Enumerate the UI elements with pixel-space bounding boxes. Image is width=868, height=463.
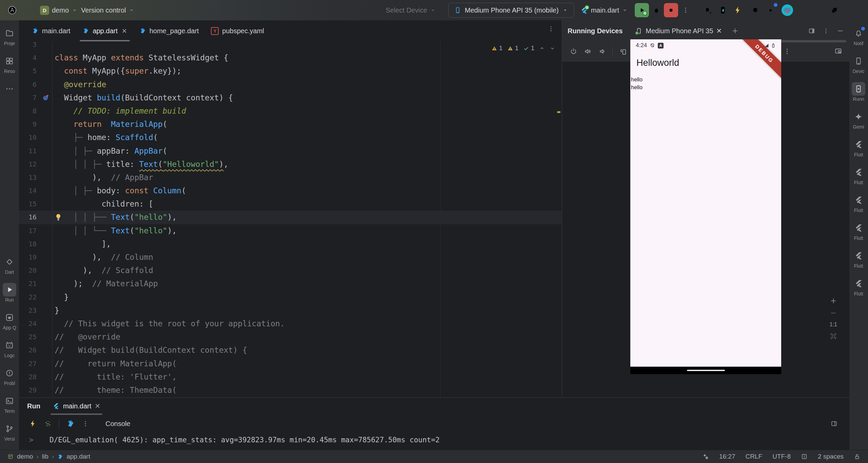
- editor-tab-main-dart[interactable]: main.dart: [26, 20, 76, 41]
- device-tab[interactable]: Medium Phone API 35 ✕: [633, 27, 725, 35]
- inspection-widget[interactable]: 1 1 1: [491, 45, 555, 52]
- open-devtools-button[interactable]: [715, 3, 730, 18]
- code-line-7[interactable]: 7 Widget build(BuildContext context) {: [19, 91, 561, 104]
- right-stripe-item-flutt[interactable]: Flutt: [852, 138, 865, 157]
- inspection-highlight-icon[interactable]: [801, 453, 808, 460]
- code-line-25[interactable]: 25// @override: [19, 330, 561, 344]
- code-editor[interactable]: 34class MyApp extends StatelessWidget {5…: [19, 41, 561, 398]
- left-stripe-item-proje[interactable]: Proje: [3, 26, 16, 46]
- volume-down-button[interactable]: [595, 45, 608, 58]
- code-line-8[interactable]: 8 // TODO: implement build: [19, 104, 561, 118]
- code-line-3[interactable]: 3: [19, 41, 561, 51]
- crumb-dir[interactable]: lib: [42, 453, 48, 460]
- layout-settings-icon[interactable]: [830, 420, 838, 427]
- right-stripe-item-devic[interactable]: Devic: [852, 54, 865, 74]
- fold-chevron-icon[interactable]: >: [19, 436, 50, 444]
- kebab-button[interactable]: [781, 45, 793, 58]
- stop-button[interactable]: [664, 3, 678, 17]
- left-stripe-item-logc[interactable]: Logc: [3, 339, 16, 358]
- settings-button[interactable]: [763, 3, 778, 18]
- console-tab[interactable]: Console: [105, 420, 130, 428]
- code-line-28[interactable]: 28// title: 'Flutter',: [19, 370, 561, 384]
- editor-tab-home_page-dart[interactable]: home_page.dart: [133, 20, 205, 41]
- editor-tab-pubspec-yaml[interactable]: Ypubspec.yaml: [205, 20, 270, 41]
- console-output[interactable]: > D/EGL_emulation( 4625): app_time_stats…: [19, 433, 849, 447]
- left-stripe-item-versi[interactable]: Versi: [3, 422, 16, 442]
- code-line-11[interactable]: 11 │ ├─ appBar: AppBar(: [19, 144, 561, 158]
- code-line-21[interactable]: 21 ); // MaterialApp: [19, 277, 561, 290]
- more-run-actions-button[interactable]: [678, 3, 693, 18]
- left-stripe-item-app-q[interactable]: App Q: [3, 311, 16, 330]
- code-line-20[interactable]: 20 ), // Scaffold: [19, 264, 561, 277]
- code-line-19[interactable]: 19 ), // Column: [19, 251, 561, 264]
- code-line-5[interactable]: 5 const MyApp({super.key});: [19, 64, 561, 78]
- left-stripe-item-term[interactable]: Term: [3, 394, 16, 414]
- right-stripe-item-flutt[interactable]: Flutt: [852, 166, 865, 185]
- close-device-tab-icon[interactable]: ✕: [716, 27, 722, 35]
- left-stripe-item-more-h[interactable]: [3, 82, 16, 96]
- close-button[interactable]: [845, 3, 866, 18]
- editor-tab-app-dart[interactable]: app.dart✕: [76, 20, 133, 41]
- code-line-6[interactable]: 6 @override: [19, 78, 561, 91]
- right-stripe-item-flutt[interactable]: Flutt: [852, 277, 865, 296]
- main-menu-button[interactable]: [20, 3, 35, 18]
- code-line-14[interactable]: 14 │ ├─ body: const Column(: [19, 184, 561, 197]
- power-button[interactable]: [567, 45, 580, 58]
- crumb-file[interactable]: app.dart: [66, 453, 90, 460]
- breadcrumb[interactable]: demo › lib › app.dart: [7, 453, 90, 460]
- close-tab-icon[interactable]: ✕: [122, 27, 127, 35]
- override-marker-icon[interactable]: [42, 94, 50, 101]
- gesture-pill[interactable]: [687, 370, 725, 371]
- run-tab[interactable]: main.dart ✕: [51, 398, 102, 414]
- zoom-in-button[interactable]: [830, 297, 837, 305]
- cursor-position[interactable]: 16:27: [719, 453, 735, 460]
- encoding[interactable]: UTF-8: [772, 453, 791, 460]
- code-line-18[interactable]: 18 ],: [19, 237, 561, 251]
- right-stripe-item-gemi[interactable]: Gemi: [852, 110, 865, 130]
- search-everywhere-button[interactable]: [748, 3, 763, 18]
- line-ending[interactable]: CRLF: [746, 453, 763, 460]
- indent-setting[interactable]: 2 spaces: [818, 453, 844, 460]
- hot-restart-button[interactable]: [730, 3, 745, 18]
- code-line-15[interactable]: 15 children: [: [19, 197, 561, 211]
- vcs-widget[interactable]: Version control: [81, 3, 135, 18]
- debug-button[interactable]: [649, 3, 664, 18]
- emulator-screen[interactable]: 4:24 A 3G Helloworld hello hello DEBUG: [630, 39, 781, 374]
- left-stripe-item-dart[interactable]: Dart: [3, 255, 16, 275]
- code-line-26[interactable]: 26// Widget build(BuildContext context) …: [19, 344, 561, 357]
- project-widget[interactable]: D demo: [40, 3, 78, 18]
- code-line-12[interactable]: 12 │ │ ├─ title: Text("Helloworld"),: [19, 158, 561, 171]
- right-stripe-item-flutt[interactable]: Flutt: [852, 193, 865, 213]
- rotate-left-button[interactable]: [617, 45, 630, 58]
- code-line-29[interactable]: 29// theme: ThemeData(: [19, 384, 561, 397]
- add-device-button[interactable]: [731, 27, 739, 35]
- zoom-out-button[interactable]: [830, 309, 837, 317]
- code-line-17[interactable]: 17 │ │ └── Text("hello"),: [19, 224, 561, 237]
- intention-bulb-icon[interactable]: [54, 213, 62, 221]
- fit-to-screen-button[interactable]: [830, 332, 837, 340]
- display-mode-button[interactable]: [832, 45, 845, 58]
- run-button[interactable]: [635, 3, 649, 17]
- code-line-9[interactable]: 9 return MaterialApp(: [19, 118, 561, 131]
- flutter-attach-debugger-button[interactable]: [701, 3, 715, 18]
- hide-panel-button[interactable]: [836, 27, 844, 35]
- crumb-project[interactable]: demo: [17, 453, 33, 460]
- code-line-22[interactable]: 22 }: [19, 291, 561, 304]
- code-line-24[interactable]: 24 // This widget is the root of your ap…: [19, 317, 561, 330]
- next-problem-button[interactable]: [550, 45, 555, 51]
- dart-icon[interactable]: [64, 417, 77, 430]
- code-line-23[interactable]: 23}: [19, 304, 561, 317]
- maximize-button[interactable]: [824, 3, 845, 18]
- left-stripe-item-probl[interactable]: Probl: [3, 366, 16, 386]
- right-stripe-item-notif[interactable]: Notif: [852, 26, 865, 46]
- hot-restart-button[interactable]: [41, 417, 54, 430]
- right-stripe-item-flutt[interactable]: Flutt: [852, 249, 865, 269]
- code-line-10[interactable]: 10 ├─ home: Scaffold(: [19, 131, 561, 144]
- run-configuration-dropdown[interactable]: main.dart: [580, 3, 628, 18]
- tab-options-button[interactable]: [547, 25, 555, 33]
- select-device-dropdown[interactable]: Select Device: [386, 3, 436, 18]
- code-line-16[interactable]: 16 │ │ ├── Text("hello"),: [19, 211, 561, 224]
- panel-options-button[interactable]: [822, 27, 830, 35]
- minimize-button[interactable]: [803, 3, 824, 18]
- code-line-27[interactable]: 27// return MaterialApp(: [19, 357, 561, 370]
